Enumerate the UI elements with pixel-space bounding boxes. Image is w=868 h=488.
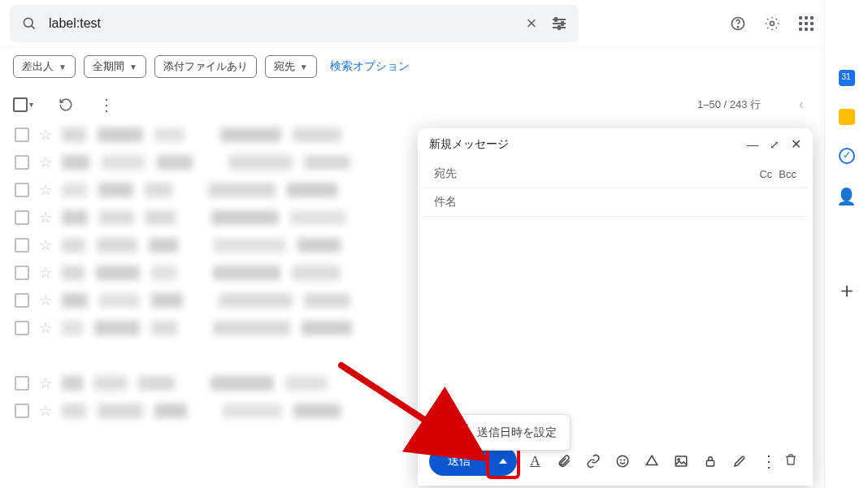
blurred-sender [62, 293, 88, 308]
blurred-sender [62, 238, 85, 253]
settings-icon[interactable] [764, 15, 780, 32]
blurred-sender [138, 376, 175, 391]
more-options-icon[interactable]: ⋮ [761, 452, 777, 470]
blurred-sender [98, 127, 143, 142]
triangle-up-icon [499, 459, 507, 464]
compose-header: 新規メッセージ — ⤢ ✕ [418, 128, 813, 160]
search-bar[interactable]: × [10, 5, 579, 42]
compose-to-row[interactable]: 宛先 Cc Bcc [423, 160, 808, 188]
blurred-sender [62, 266, 85, 280]
contacts-app-icon[interactable]: 👤 [836, 187, 857, 206]
row-checkbox[interactable] [15, 376, 29, 391]
chip-from-label: 差出人 [22, 59, 54, 74]
keep-app-icon[interactable] [839, 109, 855, 125]
star-icon[interactable]: ☆ [39, 374, 52, 392]
row-checkbox[interactable] [15, 321, 29, 335]
chevron-down-icon[interactable]: ▾ [29, 100, 33, 109]
select-all[interactable]: ▾ [13, 97, 33, 112]
compose-body[interactable] [418, 217, 813, 440]
format-icon[interactable]: A [527, 452, 543, 470]
schedule-send-icon [453, 423, 469, 442]
blurred-subject [293, 127, 341, 142]
blurred-subject [228, 155, 293, 170]
calendar-app-icon[interactable]: 31 [839, 70, 855, 86]
tune-icon[interactable] [551, 15, 567, 32]
side-panel: 31 ✓ 👤 ＋ [824, 0, 868, 488]
compose-bcc-link[interactable]: Bcc [779, 168, 796, 180]
compose-cc-link[interactable]: Cc [759, 168, 772, 180]
drive-icon[interactable] [644, 452, 660, 470]
add-addon-icon[interactable]: ＋ [836, 276, 857, 304]
chip-from[interactable]: 差出人▼ [13, 55, 76, 78]
compose-title: 新規メッセージ [429, 137, 736, 152]
svg-point-0 [24, 18, 33, 27]
prev-page-icon[interactable]: ‹ [792, 96, 811, 113]
search-input[interactable] [49, 16, 512, 31]
chevron-down-icon: ▼ [129, 63, 137, 71]
send-more-button[interactable] [489, 447, 517, 476]
blurred-sender [151, 321, 177, 335]
search-options-link[interactable]: 検索オプション [325, 59, 410, 74]
chevron-down-icon: ▼ [59, 63, 67, 71]
blurred-sender [99, 293, 140, 308]
row-checkbox[interactable] [15, 210, 29, 225]
blurred-subject [211, 210, 279, 225]
row-checkbox[interactable] [15, 266, 29, 280]
star-icon[interactable]: ☆ [39, 181, 52, 199]
star-icon[interactable]: ☆ [39, 264, 52, 282]
star-icon[interactable]: ☆ [39, 209, 52, 227]
blurred-subject [223, 404, 282, 418]
close-icon[interactable]: ✕ [791, 136, 801, 152]
star-icon[interactable]: ☆ [39, 292, 52, 309]
blurred-sender [94, 321, 140, 335]
emoji-icon[interactable] [614, 452, 631, 470]
chip-period[interactable]: 全期間▼ [84, 55, 146, 78]
blurred-sender [149, 238, 178, 253]
row-checkbox[interactable] [15, 293, 29, 308]
blurred-subject [214, 238, 285, 253]
blurred-subject [304, 293, 350, 308]
star-icon[interactable]: ☆ [39, 402, 52, 420]
confidential-icon[interactable] [702, 452, 718, 470]
blurred-sender [96, 266, 141, 280]
chip-to[interactable]: 宛先▼ [265, 55, 317, 78]
row-checkbox[interactable] [15, 127, 29, 142]
help-icon[interactable] [730, 15, 746, 32]
blurred-sender [151, 266, 177, 280]
blurred-subject [290, 210, 346, 225]
link-icon[interactable] [585, 452, 601, 470]
star-icon[interactable]: ☆ [39, 319, 52, 337]
star-icon[interactable]: ☆ [39, 153, 52, 171]
image-icon[interactable] [673, 452, 689, 470]
search-icon [21, 15, 37, 32]
fullscreen-icon[interactable]: ⤢ [770, 138, 779, 151]
filter-chip-bar: 差出人▼ 全期間▼ 添付ファイルあり 宛先▼ 検索オプション [0, 47, 868, 96]
blurred-subject [297, 238, 341, 253]
star-icon[interactable]: ☆ [39, 236, 52, 254]
attach-icon[interactable] [556, 452, 572, 470]
select-all-checkbox[interactable] [13, 97, 28, 112]
apps-icon[interactable] [798, 15, 814, 32]
discard-icon[interactable] [783, 452, 798, 471]
minimize-icon[interactable]: — [747, 138, 758, 151]
more-icon[interactable]: ⋮ [98, 97, 115, 113]
send-button[interactable]: 送信 [429, 447, 489, 476]
schedule-send-popup[interactable]: 送信日時を設定 [439, 414, 571, 451]
svg-point-3 [737, 26, 738, 27]
star-icon[interactable]: ☆ [39, 126, 52, 144]
clear-search-icon[interactable]: × [523, 15, 540, 32]
row-checkbox[interactable] [15, 404, 29, 418]
tasks-app-icon[interactable]: ✓ [839, 148, 855, 164]
row-checkbox[interactable] [15, 155, 29, 170]
chip-attachment[interactable]: 添付ファイルあり [154, 55, 257, 78]
refresh-icon[interactable] [58, 97, 74, 113]
compose-subject-row[interactable]: 件名 [423, 188, 808, 217]
svg-rect-10 [707, 460, 714, 466]
svg-rect-8 [675, 456, 687, 466]
svg-line-1 [32, 25, 35, 28]
row-checkbox[interactable] [15, 238, 29, 253]
svg-point-5 [617, 456, 628, 467]
row-checkbox[interactable] [15, 183, 29, 197]
signature-icon[interactable] [731, 452, 748, 470]
blurred-subject [213, 266, 280, 280]
